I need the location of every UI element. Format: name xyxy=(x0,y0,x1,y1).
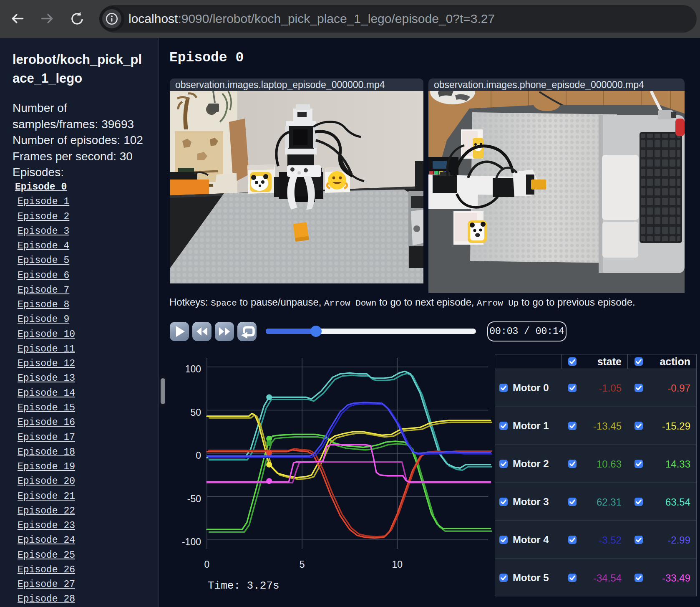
svg-text:-50: -50 xyxy=(187,493,201,504)
svg-text:5: 5 xyxy=(300,559,305,570)
svg-text:100: 100 xyxy=(185,364,201,374)
svg-text:0: 0 xyxy=(196,450,201,461)
svg-text:10: 10 xyxy=(392,559,403,570)
svg-text:0: 0 xyxy=(204,559,210,570)
svg-text:-100: -100 xyxy=(182,536,201,547)
svg-text:50: 50 xyxy=(190,407,201,418)
